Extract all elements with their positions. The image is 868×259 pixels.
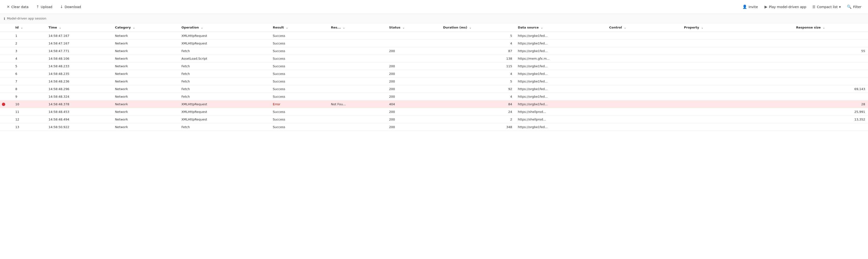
cell-operation: Fetch xyxy=(179,70,270,78)
cell-datasource: https://orgbe1fed... xyxy=(515,32,606,40)
cell-result: Success xyxy=(270,93,328,100)
cell-duration: 5 xyxy=(440,32,515,40)
cell-datasource: https://orgbe1fed... xyxy=(515,70,606,78)
cell-datasource: https://orgbe1fed... xyxy=(515,93,606,100)
table-row[interactable]: 1314:58:50.922NetworkFetchSuccess200348h… xyxy=(0,123,868,131)
cell-property xyxy=(681,116,793,123)
filter-button[interactable]: 🔍 Filter xyxy=(844,3,864,10)
cell-id: 5 xyxy=(12,62,45,70)
col-header-responsesize[interactable]: Response size ⌄ xyxy=(793,23,868,32)
cell-duration: 5 xyxy=(440,78,515,85)
cell-operation: XMLHttpRequest xyxy=(179,40,270,47)
table-row[interactable]: 414:58:48.106NetworkAssetLoad.ScriptSucc… xyxy=(0,55,868,62)
cell-property xyxy=(681,47,793,55)
toolbar-right-actions: 👤 Invite ▶ Play model-driven app ☰ Compa… xyxy=(740,3,864,10)
cell-operation: Fetch xyxy=(179,47,270,55)
cell-operation: Fetch xyxy=(179,123,270,131)
cell-res xyxy=(328,47,386,55)
cell-datasource: https://orgbe1fed... xyxy=(515,85,606,93)
col-header-datasource[interactable]: Data source ⌄ xyxy=(515,23,606,32)
cell-res xyxy=(328,123,386,131)
col-header-res[interactable]: Res... ⌄ xyxy=(328,23,386,32)
col-header-control[interactable]: Control ⌄ xyxy=(606,23,681,32)
cell-responsesize: 28 xyxy=(793,100,868,108)
cell-status: 404 xyxy=(386,100,440,108)
row-error-indicator-cell xyxy=(0,32,12,40)
cell-duration: 4 xyxy=(440,70,515,78)
col-header-time[interactable]: Time ⌄ xyxy=(45,23,112,32)
cell-result: Success xyxy=(270,62,328,70)
cell-category: Network xyxy=(112,78,179,85)
table-row[interactable]: 714:58:48.236NetworkFetchSuccess2005http… xyxy=(0,78,868,85)
table-row[interactable]: 114:58:47.167NetworkXMLHttpRequestSucces… xyxy=(0,32,868,40)
cell-property xyxy=(681,100,793,108)
play-model-driven-app-button[interactable]: ▶ Play model-driven app xyxy=(762,3,809,10)
download-button[interactable]: ↓ Download xyxy=(57,3,84,10)
download-icon: ↓ xyxy=(60,4,63,9)
cell-operation: Fetch xyxy=(179,93,270,100)
invite-button[interactable]: 👤 Invite xyxy=(740,3,761,10)
table-row[interactable]: 214:58:47.167NetworkXMLHttpRequestSucces… xyxy=(0,40,868,47)
cell-property xyxy=(681,70,793,78)
upload-label: Upload xyxy=(41,5,52,9)
cell-res xyxy=(328,78,386,85)
col-time-label: Time xyxy=(49,26,57,29)
table-row[interactable]: 314:58:47.771NetworkFetchSuccess20087htt… xyxy=(0,47,868,55)
cell-category: Network xyxy=(112,47,179,55)
cell-status: 200 xyxy=(386,85,440,93)
filter-icon: 🔍 xyxy=(847,4,851,9)
row-error-indicator-cell xyxy=(0,116,12,123)
cell-responsesize xyxy=(793,40,868,47)
compact-list-chevron-icon: ▾ xyxy=(839,5,841,9)
compact-list-icon: ☰ xyxy=(812,5,815,9)
cell-category: Network xyxy=(112,123,179,131)
row-error-indicator-cell xyxy=(0,85,12,93)
cell-operation: Fetch xyxy=(179,78,270,85)
cell-duration: 24 xyxy=(440,108,515,116)
cell-control xyxy=(606,123,681,131)
cell-datasource: https://orgbe1fed... xyxy=(515,62,606,70)
cell-property xyxy=(681,40,793,47)
cell-id: 11 xyxy=(12,108,45,116)
cell-control xyxy=(606,93,681,100)
cell-res xyxy=(328,70,386,78)
table-row[interactable]: 514:58:48.233NetworkFetchSuccess200115ht… xyxy=(0,62,868,70)
col-status-label: Status xyxy=(389,26,400,29)
col-header-result[interactable]: Result ⌄ xyxy=(270,23,328,32)
cell-responsesize xyxy=(793,70,868,78)
col-header-duration[interactable]: Duration (ms) ⌄ xyxy=(440,23,515,32)
table-header-row: Id ⌄ Time ⌄ Category ⌄ Operation ⌄ Resul… xyxy=(0,23,868,32)
cell-property xyxy=(681,85,793,93)
col-header-status[interactable]: Status ⌄ xyxy=(386,23,440,32)
table-row[interactable]: 814:58:48.296NetworkFetchSuccess20092htt… xyxy=(0,85,868,93)
cell-time: 14:58:48.236 xyxy=(45,78,112,85)
cell-control xyxy=(606,47,681,55)
table-row[interactable]: 1114:58:48.453NetworkXMLHttpRequestSucce… xyxy=(0,108,868,116)
table-row[interactable]: 914:58:48.324NetworkFetchSuccess2004http… xyxy=(0,93,868,100)
col-header-property[interactable]: Property ⌄ xyxy=(681,23,793,32)
table-row[interactable]: 1214:58:48.494NetworkXMLHttpRequestSucce… xyxy=(0,116,868,123)
table-row[interactable]: 1014:58:48.378NetworkXMLHttpRequestError… xyxy=(0,100,868,108)
cell-control xyxy=(606,108,681,116)
col-header-category[interactable]: Category ⌄ xyxy=(112,23,179,32)
cell-id: 12 xyxy=(12,116,45,123)
clear-data-button[interactable]: ✕ Clear data xyxy=(4,3,31,10)
col-header-id[interactable]: Id ⌄ xyxy=(12,23,45,32)
col-res-sort-icon: ⌄ xyxy=(343,26,345,29)
cell-datasource: https://orgbe1fed... xyxy=(515,100,606,108)
cell-id: 13 xyxy=(12,123,45,131)
play-label: Play model-driven app xyxy=(769,5,806,9)
table-row[interactable]: 614:58:48.235NetworkFetchSuccess2004http… xyxy=(0,70,868,78)
compact-list-button[interactable]: ☰ Compact list ▾ xyxy=(810,4,843,10)
subtitle-text: Model-driven app session xyxy=(7,17,46,20)
cell-result: Success xyxy=(270,108,328,116)
col-operation-label: Operation xyxy=(181,26,199,29)
col-duration-sort-icon: ⌄ xyxy=(469,26,471,29)
cell-result: Success xyxy=(270,32,328,40)
col-header-operation[interactable]: Operation ⌄ xyxy=(179,23,270,32)
col-responsesize-sort-icon: ⌄ xyxy=(823,26,825,29)
cell-responsesize: 55 xyxy=(793,47,868,55)
cell-duration: 2 xyxy=(440,116,515,123)
upload-button[interactable]: ↑ Upload xyxy=(33,3,55,10)
cell-id: 1 xyxy=(12,32,45,40)
